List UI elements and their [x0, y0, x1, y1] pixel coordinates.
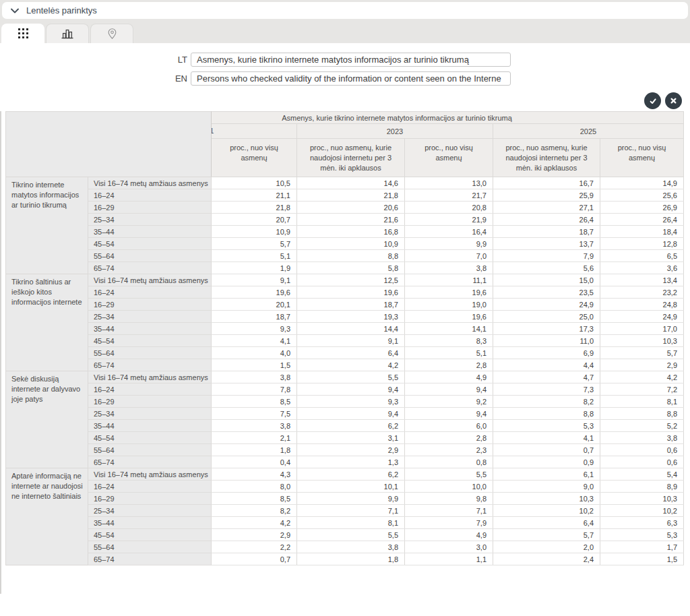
- value-cell: 16,4: [405, 226, 493, 238]
- value-cell: 4,4: [493, 359, 600, 371]
- table-row: 45–542,13,12,84,13,8: [6, 432, 684, 444]
- value-cell: 6,1: [493, 468, 600, 481]
- value-cell: 5,8: [297, 262, 405, 274]
- scrolled-column-edge: [0, 111, 1, 594]
- value-cell: 2,1: [212, 432, 297, 444]
- value-cell: 3,8: [405, 262, 493, 274]
- value-cell: 0,7: [493, 444, 600, 456]
- value-cell: 3,8: [297, 541, 405, 553]
- value-cell: 21,1: [212, 189, 297, 202]
- value-cell: 17,0: [600, 323, 684, 335]
- value-cell: 2,8: [405, 432, 493, 444]
- value-cell: 4,1: [212, 335, 297, 347]
- value-cell: 8,5: [212, 396, 297, 408]
- value-cell: 25,9: [493, 189, 600, 202]
- value-cell: 14,6: [297, 177, 405, 189]
- value-cell: 9,8: [405, 493, 493, 505]
- value-cell: 21,7: [405, 189, 493, 202]
- table-body: Tikrino internete matytos informacijos a…: [6, 177, 684, 565]
- value-cell: 7,9: [493, 250, 600, 262]
- tab-table-view[interactable]: [1, 24, 44, 43]
- value-cell: 9,4: [297, 383, 405, 396]
- value-cell: 10,3: [600, 335, 684, 347]
- table-title-row: Asmenys, kurie tikrino internete matytos…: [6, 112, 684, 124]
- value-cell: 7,1: [297, 505, 405, 517]
- table-options-toggle[interactable]: Lentelės parinktys: [2, 2, 688, 19]
- value-cell: 7,9: [405, 517, 493, 529]
- value-cell: 19,3: [297, 311, 405, 323]
- cancel-button[interactable]: [665, 92, 682, 109]
- value-cell: 8,8: [493, 408, 600, 420]
- value-cell: 12,5: [297, 274, 405, 286]
- age-group-cell: 35–44: [88, 420, 212, 432]
- table-row: 25–3418,719,319,625,024,9: [6, 311, 684, 323]
- lt-title-input[interactable]: [191, 53, 511, 67]
- value-cell: 9,3: [212, 323, 297, 335]
- value-cell: 1,1: [405, 553, 493, 565]
- value-cell: 0,8: [405, 456, 493, 468]
- value-cell: 7,2: [600, 383, 684, 396]
- year-header-2025: 2025: [493, 124, 684, 139]
- value-cell: 19,6: [212, 286, 297, 299]
- value-cell: 10,0: [405, 481, 493, 493]
- value-cell: 13,7: [493, 238, 600, 250]
- value-cell: 3,1: [297, 432, 405, 444]
- table-row: Aptarė informaciją ne internete ar naudo…: [6, 468, 684, 481]
- lt-label: LT: [147, 55, 187, 65]
- tab-map-view[interactable]: [90, 24, 133, 43]
- value-cell: 4,9: [405, 529, 493, 541]
- confirm-button[interactable]: [644, 92, 661, 109]
- value-cell: 2,9: [212, 529, 297, 541]
- value-cell: 9,4: [405, 383, 493, 396]
- value-cell: 10,3: [493, 493, 600, 505]
- value-cell: 7,0: [405, 250, 493, 262]
- value-cell: 25,0: [493, 311, 600, 323]
- value-cell: 21,9: [405, 214, 493, 226]
- value-cell: 10,9: [212, 226, 297, 238]
- value-cell: 6,4: [493, 517, 600, 529]
- view-tabs: [1, 24, 135, 43]
- value-cell: 14,4: [297, 323, 405, 335]
- year-header-partial: 2021: [212, 124, 297, 139]
- age-group-cell: 65–74: [88, 359, 212, 371]
- value-cell: 26,4: [600, 214, 684, 226]
- value-cell: 19,0: [405, 299, 493, 311]
- age-group-cell: 16–24: [88, 286, 212, 299]
- value-cell: 12,8: [600, 238, 684, 250]
- tab-chart-view[interactable]: [46, 24, 89, 43]
- en-title-input[interactable]: [191, 71, 511, 86]
- table-row: 16–2419,619,619,623,523,2: [6, 286, 684, 299]
- table-row: 65–741,95,83,85,63,6: [6, 262, 684, 274]
- table-row: 45–545,710,99,913,712,8: [6, 238, 684, 250]
- age-group-cell: 25–34: [88, 505, 212, 517]
- table-row: 55–645,18,87,07,96,5: [6, 250, 684, 262]
- value-cell: 1,7: [600, 541, 684, 553]
- value-cell: 10,5: [212, 177, 297, 189]
- value-cell: 23,2: [600, 286, 684, 299]
- indicator-group-label: Tikrino šaltinius ar ieškojo kitos infor…: [6, 274, 88, 371]
- value-cell: 8,3: [405, 335, 493, 347]
- value-cell: 8,0: [212, 481, 297, 493]
- measure-header: proc., nuo asmenų, kurie naudojosi inter…: [297, 139, 405, 177]
- table-row: 16–2421,121,821,725,925,6: [6, 189, 684, 202]
- table-row: 16–2921,820,620,827,126,9: [6, 202, 684, 214]
- value-cell: 5,5: [297, 371, 405, 383]
- table-row: 65–740,41,30,80,90,6: [6, 456, 684, 468]
- year-header-2023: 2023: [297, 124, 493, 139]
- value-cell: 3,8: [212, 371, 297, 383]
- value-cell: 18,7: [212, 311, 297, 323]
- value-cell: 10,1: [297, 481, 405, 493]
- value-cell: 10,9: [297, 238, 405, 250]
- age-group-cell: 16–29: [88, 299, 212, 311]
- check-icon: [649, 97, 657, 105]
- value-cell: 6,0: [405, 420, 493, 432]
- value-cell: 20,1: [212, 299, 297, 311]
- age-group-cell: 35–44: [88, 517, 212, 529]
- top-band: Lentelės parinktys: [0, 0, 690, 43]
- value-cell: 1,9: [212, 262, 297, 274]
- value-cell: 8,8: [297, 250, 405, 262]
- value-cell: 4,3: [212, 468, 297, 481]
- value-cell: 1,8: [297, 553, 405, 565]
- row-header-corner: [6, 112, 212, 177]
- value-cell: 24,9: [600, 311, 684, 323]
